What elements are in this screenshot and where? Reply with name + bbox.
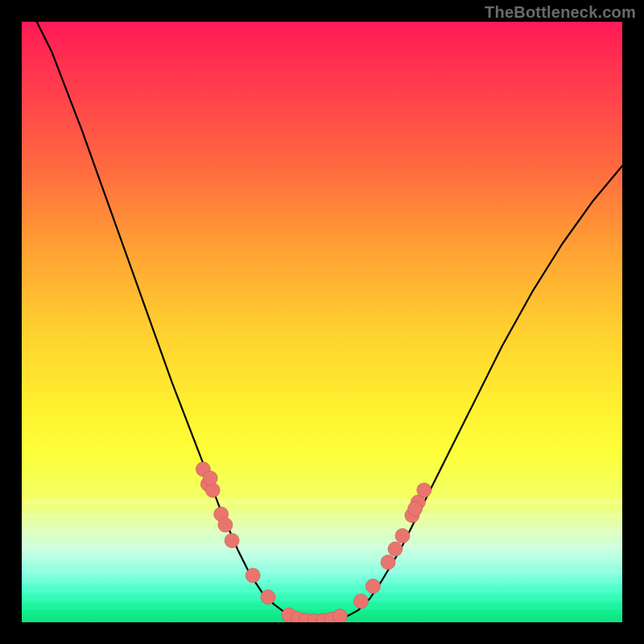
data-point [332,609,347,623]
data-point [365,579,380,593]
data-point [417,483,431,497]
data-point [388,542,402,556]
data-point [395,529,410,543]
data-point [225,534,239,548]
data-point [381,555,395,569]
data-point [261,590,275,605]
data-point [203,471,217,485]
data-point [354,594,369,609]
bottleneck-curve [22,22,622,621]
plot-area [22,22,622,622]
data-point [246,568,260,583]
dots-group [196,462,431,622]
data-point [218,518,233,532]
curve-group [22,22,622,621]
watermark: TheBottleneck.com [485,3,636,22]
data-point [408,502,423,516]
chart-svg [22,22,622,622]
